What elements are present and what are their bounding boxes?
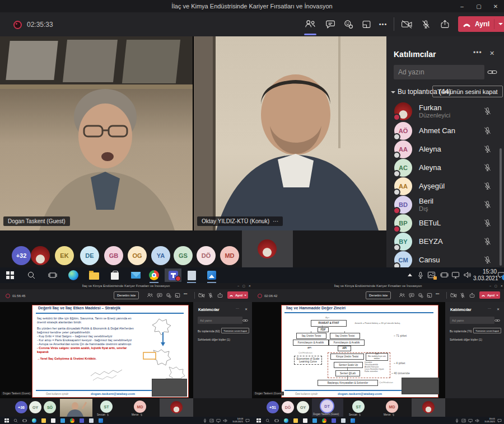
file-explorer-icon[interactable] [293, 418, 298, 423]
tray-volume-icon[interactable] [475, 418, 479, 423]
participants-button[interactable] [147, 293, 153, 298]
edge-icon[interactable] [32, 418, 36, 423]
search-input[interactable] [198, 317, 242, 324]
panel-close-button[interactable]: ✕ [245, 307, 248, 311]
share-screen-button[interactable] [437, 16, 452, 32]
store-icon[interactable] [303, 418, 307, 423]
chrome-icon[interactable] [322, 418, 326, 423]
close-button[interactable]: ✕ [501, 283, 503, 289]
photos-icon[interactable] [205, 268, 218, 282]
panel-more-button[interactable]: ••• [473, 49, 482, 56]
edge-icon[interactable] [284, 418, 288, 423]
chat-button[interactable] [409, 293, 414, 298]
avatar-oy[interactable]: OY [297, 401, 309, 413]
panel-close-button[interactable]: ✕ [489, 50, 494, 57]
mic-off-button[interactable] [208, 293, 213, 298]
search-input[interactable] [450, 317, 494, 324]
search-input[interactable] [394, 65, 484, 79]
participant-row[interactable]: BD Beril Dış [386, 195, 504, 214]
copy-link-icon[interactable] [494, 319, 500, 322]
tray-network-icon[interactable] [451, 271, 460, 279]
avatar-de[interactable]: DE [80, 246, 99, 265]
mic-muted-icon[interactable] [483, 145, 492, 153]
participant-row[interactable]: BP BETuL [386, 214, 504, 232]
speaker-tile[interactable] [412, 398, 445, 417]
avatar-md[interactable]: MD [386, 401, 398, 413]
request-control-button[interactable]: Denetim iste [114, 291, 139, 299]
mic-off-button[interactable] [418, 16, 433, 32]
leave-dropdown-chevron-icon[interactable] [498, 23, 503, 25]
mic-muted-icon[interactable] [483, 256, 492, 264]
panel-scrollbar[interactable] [500, 148, 502, 266]
active-speaker-tile[interactable] [242, 230, 293, 267]
overflow-avatar[interactable]: +51 [267, 401, 279, 413]
participant-row[interactable]: AÖ Ahmet Can [386, 121, 504, 140]
mic-muted-icon[interactable] [483, 182, 492, 190]
close-button[interactable]: ✕ [249, 283, 251, 289]
notes-app-icon[interactable] [341, 418, 346, 423]
reactions-button[interactable] [166, 293, 171, 298]
file-explorer-icon[interactable] [41, 418, 46, 423]
photos-icon[interactable] [351, 418, 355, 423]
avatar-ek[interactable]: EK [55, 246, 74, 265]
tray-network-icon[interactable] [468, 418, 473, 423]
breakout-rooms-button[interactable] [358, 16, 374, 32]
avatar-md[interactable]: MD [220, 246, 239, 265]
mic-muted-icon[interactable] [483, 200, 492, 209]
mute-all-button[interactable]: Tümünün sesini kapat [432, 86, 503, 97]
teams-icon[interactable] [332, 418, 336, 423]
task-view-icon[interactable] [46, 268, 59, 282]
tray-mic-icon[interactable] [203, 418, 207, 423]
more-actions-button[interactable]: ••• [436, 292, 439, 295]
participants-button[interactable] [302, 16, 318, 32]
camera-off-button[interactable] [399, 16, 414, 32]
mail-icon[interactable] [129, 268, 142, 282]
avatar-ya[interactable]: YA [151, 246, 170, 265]
reactions-button[interactable] [340, 16, 356, 32]
request-control-button[interactable]: Denetim iste [366, 291, 391, 299]
start-button[interactable] [256, 418, 261, 423]
taskbar-clock[interactable]: 14:03 3.03.2021 [230, 418, 243, 423]
avatar-oy[interactable]: OY [29, 401, 41, 413]
teams-icon[interactable] [80, 418, 84, 423]
participants-button[interactable] [399, 293, 405, 298]
breakout-rooms-button[interactable] [427, 293, 432, 298]
leave-button[interactable]: Ayrıl [479, 291, 500, 299]
reactions-button[interactable] [418, 293, 423, 298]
maximize-button[interactable]: ▢ [242, 283, 245, 289]
avatar-og[interactable]: OG [128, 246, 147, 265]
chrome-icon[interactable] [147, 268, 161, 282]
store-icon[interactable] [51, 418, 55, 423]
participant-row[interactable]: CM Cansu [386, 251, 504, 269]
mic-muted-icon[interactable] [483, 219, 492, 227]
start-button[interactable] [4, 418, 9, 423]
teams-icon[interactable] [165, 268, 181, 282]
more-actions-button[interactable]: ••• [184, 292, 187, 295]
tray-volume-icon[interactable] [223, 418, 227, 423]
photos-icon[interactable] [99, 418, 103, 423]
leave-button[interactable]: Ayrıl [458, 16, 504, 32]
minimize-button[interactable]: – [489, 283, 491, 289]
mute-all-button[interactable]: Tümünün sesini kapat [221, 328, 249, 333]
participant-row[interactable]: AA Ayşegül [386, 177, 504, 195]
taskbar-clock[interactable]: 15:30 3.03.2021 [473, 268, 497, 282]
participant-row[interactable]: Furkan Düzenleyici [386, 101, 504, 121]
chat-button[interactable] [157, 293, 162, 298]
avatar-gs[interactable]: GS [174, 246, 193, 265]
overflow-avatar[interactable]: +32 [12, 246, 31, 265]
panel-more-button[interactable]: ··· [236, 307, 239, 310]
tray-device-icon[interactable] [440, 271, 449, 279]
tray-volume-icon[interactable] [463, 271, 472, 279]
share-screen-button[interactable] [217, 293, 223, 298]
section-chevron-icon[interactable] [391, 91, 395, 93]
notes-app-icon[interactable] [185, 268, 198, 282]
tray-snip-icon[interactable] [209, 418, 214, 423]
mail-icon[interactable] [60, 418, 65, 423]
mic-muted-icon[interactable] [483, 237, 492, 246]
participant-row[interactable]: AC Aleyna [386, 158, 504, 177]
taskbar-clock[interactable]: 15:01 3.03.2021 [482, 418, 495, 423]
tray-network-icon[interactable] [216, 418, 221, 423]
avatar-do[interactable]: DÖ [197, 246, 216, 265]
file-explorer-icon[interactable] [87, 268, 101, 282]
mute-all-button[interactable]: Tümünün sesini kapat [473, 328, 501, 333]
